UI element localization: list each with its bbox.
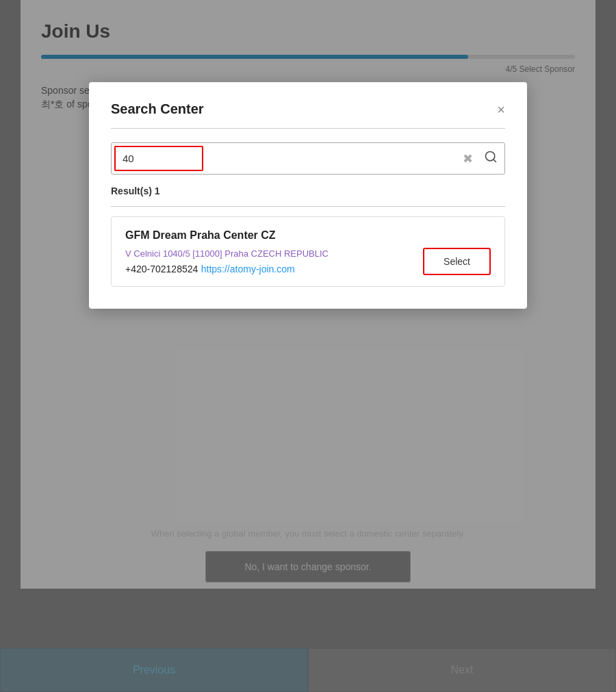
svg-line-1 [493,159,496,162]
result-card: GFM Dream Praha Center CZ V Celnici 1040… [111,216,505,287]
clear-search-button[interactable]: ✖ [459,151,477,166]
result-phone-website: +420-702128524 https://atomy-join.com [125,263,412,275]
select-btn-wrapper: Select [423,248,491,275]
search-submit-button[interactable] [477,150,504,167]
results-text: Result(s) [111,185,152,196]
modal-header: Search Center × [111,101,505,117]
modal-overlay: Search Center × ✖ Result(s) 1 [0,0,616,692]
select-center-button[interactable]: Select [423,248,491,275]
modal-title: Search Center [111,101,204,117]
results-count: 1 [155,185,160,196]
search-center-modal: Search Center × ✖ Result(s) 1 [89,82,527,309]
result-address: V Celnici 1040/5 [11000] Praha CZECH REP… [125,248,412,259]
results-label: Result(s) 1 [111,185,505,196]
result-phone: +420-702128524 [125,264,198,274]
modal-header-divider [111,128,505,129]
search-input-rest[interactable] [206,147,459,170]
search-input-row: ✖ [111,142,505,175]
result-website[interactable]: https://atomy-join.com [201,264,295,274]
page-wrapper: Join Us 4/5 Select Sponsor Sponsor selec… [0,0,616,692]
result-info: GFM Dream Praha Center CZ V Celnici 1040… [125,229,412,275]
results-divider [111,206,505,207]
result-name: GFM Dream Praha Center CZ [125,229,412,242]
modal-close-button[interactable]: × [497,103,505,116]
search-input[interactable] [114,146,203,171]
search-icon [484,150,498,164]
